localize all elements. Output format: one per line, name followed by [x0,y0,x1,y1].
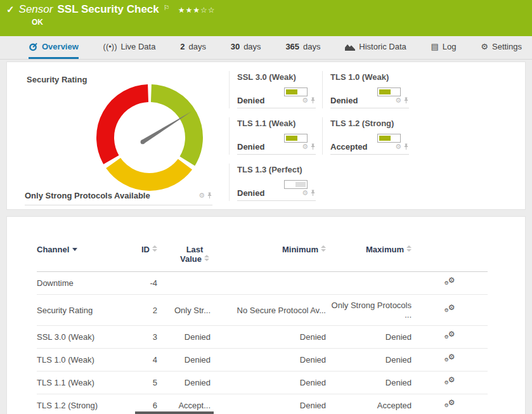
channel-gear-icon[interactable]: ⚙ [302,143,308,151]
horizontal-scrollbar-thumb[interactable] [135,411,214,414]
security-rating-gauge [86,77,213,198]
pin-icon[interactable] [403,97,409,104]
edit-channel-icon[interactable]: ⚙⚙ [444,305,455,314]
tile-value: Denied [237,96,264,105]
flag-icon: ⚐ [164,4,170,12]
col-header-maximum[interactable]: Maximum [326,240,412,272]
channel-gear-icon[interactable]: ⚙ [302,189,308,197]
sensor-title: SSL Security Check [57,3,159,16]
tile-tls-1-2[interactable]: TLS 1.2 (Strong) Accepted ⚙ [322,117,415,155]
table-row[interactable]: TLS 1.0 (Weak) 4 Denied Denied Denied ⚙⚙ [37,349,488,372]
sort-icon [204,255,209,261]
pin-icon[interactable] [310,190,316,197]
gauge-value-label: Only Strong Protocols Available [25,191,150,200]
security-rating-gauge-tile[interactable]: Security Rating Only Strong Protocols Av… [18,71,215,205]
channel-table-panel: Channel ID Last Value Minimum Maximum Do… [6,216,526,414]
col-header-channel[interactable]: Channel [37,240,126,272]
channel-gear-icon[interactable]: ⚙ [198,191,205,200]
tab-historic-data[interactable]: Historic Data [345,36,406,59]
pin-icon[interactable] [310,143,316,150]
object-kind-label: Sensor [19,3,53,16]
tab-overview[interactable]: Overview [29,36,79,59]
col-header-id[interactable]: ID [126,240,157,272]
broadcast-icon: ((•)) [103,42,117,51]
area-chart-icon [345,43,355,51]
tab-365-days[interactable]: 365 days [285,36,320,59]
mini-gauge [377,134,401,143]
table-row[interactable]: Downtime -4 ⚙⚙ [37,272,488,295]
tab-log[interactable]: ▤ Log [431,36,457,59]
channel-table: Channel ID Last Value Minimum Maximum Do… [37,240,488,414]
sort-icon [321,245,326,252]
edit-channel-icon[interactable]: ⚙⚙ [444,377,455,386]
gauge-icon [29,42,38,51]
channel-gear-icon[interactable]: ⚙ [395,96,401,105]
table-row[interactable]: SSL 3.0 (Weak) 3 Denied Denied Denied ⚙⚙ [37,326,488,349]
status-text: OK [32,18,43,27]
edit-channel-icon[interactable]: ⚙⚙ [444,332,455,340]
col-header-minimum[interactable]: Minimum [211,240,326,272]
table-row[interactable]: TLS 1.2 (Strong) 6 Accept... Denied Acce… [37,394,488,414]
status-check-icon: ✓ [6,4,15,15]
channel-gear-icon[interactable]: ⚙ [395,143,401,151]
tab-2-days[interactable]: 2 days [180,36,206,59]
edit-channel-icon[interactable]: ⚙⚙ [444,354,455,363]
tile-tls-1-3[interactable]: TLS 1.3 (Perfect) Denied ⚙ [229,164,322,201]
priority-stars[interactable]: ★★★☆☆ [178,6,216,15]
tile-tls-1-1[interactable]: TLS 1.1 (Weak) Denied ⚙ [229,117,322,155]
pin-icon[interactable] [207,192,212,199]
table-row[interactable]: Security Rating 2 Only Str... No Secure … [37,295,488,326]
channel-gear-icon[interactable]: ⚙ [302,96,308,105]
mini-gauge [377,87,401,96]
tab-live-data[interactable]: ((•)) Live Data [103,36,156,59]
tile-value: Denied [237,188,264,198]
edit-channel-icon[interactable]: ⚙⚙ [444,278,455,287]
overview-gauges-panel: Security Rating Only Strong Protocols Av… [6,61,526,210]
log-list-icon: ▤ [431,42,439,51]
mini-gauge [284,134,308,143]
gear-icon: ⚙ [481,42,488,51]
tile-ssl-3-0[interactable]: SSL 3.0 (Weak) Denied ⚙ [229,71,322,108]
sort-icon [406,245,412,252]
edit-channel-icon[interactable]: ⚙⚙ [444,400,455,409]
tab-bar: Overview ((•)) Live Data 2 days 30 days … [0,36,532,60]
mini-gauge [284,180,308,189]
tab-30-days[interactable]: 30 days [231,36,261,59]
col-header-edit [412,240,488,272]
pin-icon[interactable] [310,97,316,104]
pin-icon[interactable] [403,143,409,150]
gauge-title: Security Rating [27,75,87,84]
tile-value: Denied [237,142,264,152]
sensor-status-header: ✓ Sensor SSL Security Check ⚐ ★★★☆☆ OK [0,0,532,36]
table-row[interactable]: TLS 1.1 (Weak) 5 Denied Denied Denied ⚙⚙ [37,372,488,394]
sort-icon [152,245,157,252]
tab-settings[interactable]: ⚙ Settings [481,36,522,59]
sort-desc-icon [72,248,77,251]
mini-gauge [284,87,308,96]
tile-value: Denied [330,96,358,105]
col-header-last-value[interactable]: Last Value [157,240,211,272]
protocol-tiles-grid: SSL 3.0 (Weak) Denied ⚙ TLS 1.0 (Weak) D… [229,71,415,201]
tile-tls-1-0[interactable]: TLS 1.0 (Weak) Denied ⚙ [322,71,415,108]
tile-value: Accepted [330,142,368,152]
